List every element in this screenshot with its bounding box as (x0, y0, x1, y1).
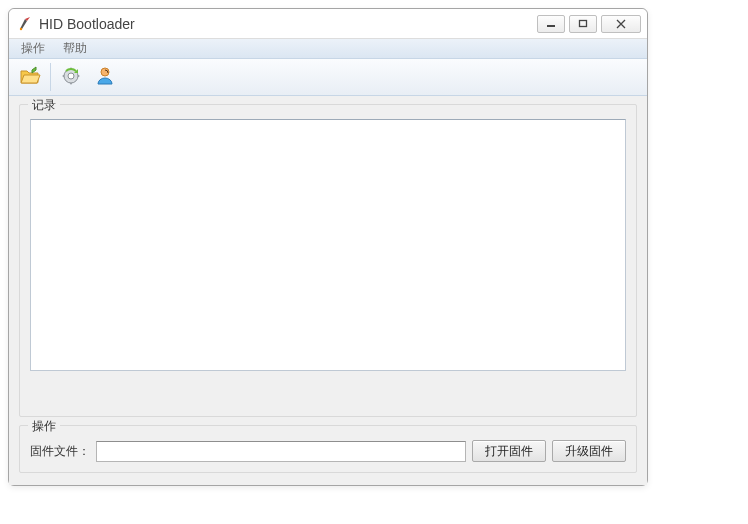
svg-rect-2 (580, 21, 587, 27)
firmware-file-label: 固件文件： (30, 443, 90, 460)
menu-bar: 操作 帮助 (9, 39, 647, 59)
firmware-file-input[interactable] (96, 441, 466, 462)
close-button[interactable] (601, 15, 641, 33)
minimize-button[interactable] (537, 15, 565, 33)
open-folder-button[interactable] (13, 60, 47, 94)
operations-group: 操作 固件文件： 打开固件 升级固件 (19, 425, 637, 473)
firmware-row: 固件文件： 打开固件 升级固件 (30, 440, 626, 462)
app-window: HID Bootloader 操作 帮助 (8, 8, 648, 486)
rocket-icon (17, 16, 33, 32)
menu-operations[interactable]: 操作 (12, 38, 54, 59)
content-area: 记录 操作 固件文件： 打开固件 升级固件 (9, 96, 647, 485)
window-controls (537, 15, 641, 33)
svg-rect-1 (547, 25, 555, 27)
open-firmware-button[interactable]: 打开固件 (472, 440, 546, 462)
maximize-button[interactable] (569, 15, 597, 33)
user-icon (93, 64, 117, 91)
log-group: 记录 (19, 104, 637, 417)
tool-bar (9, 59, 647, 96)
window-title: HID Bootloader (39, 16, 537, 32)
open-folder-icon (18, 64, 42, 91)
title-bar: HID Bootloader (9, 9, 647, 39)
refresh-gear-button[interactable] (54, 60, 88, 94)
upgrade-firmware-button[interactable]: 升级固件 (552, 440, 626, 462)
svg-point-0 (20, 27, 22, 29)
operations-group-legend: 操作 (28, 418, 60, 435)
refresh-gear-icon (59, 64, 83, 91)
log-group-legend: 记录 (28, 97, 60, 114)
toolbar-separator (50, 63, 51, 91)
log-textarea[interactable] (30, 119, 626, 371)
user-button[interactable] (88, 60, 122, 94)
menu-help[interactable]: 帮助 (54, 38, 96, 59)
svg-point-4 (68, 73, 74, 79)
